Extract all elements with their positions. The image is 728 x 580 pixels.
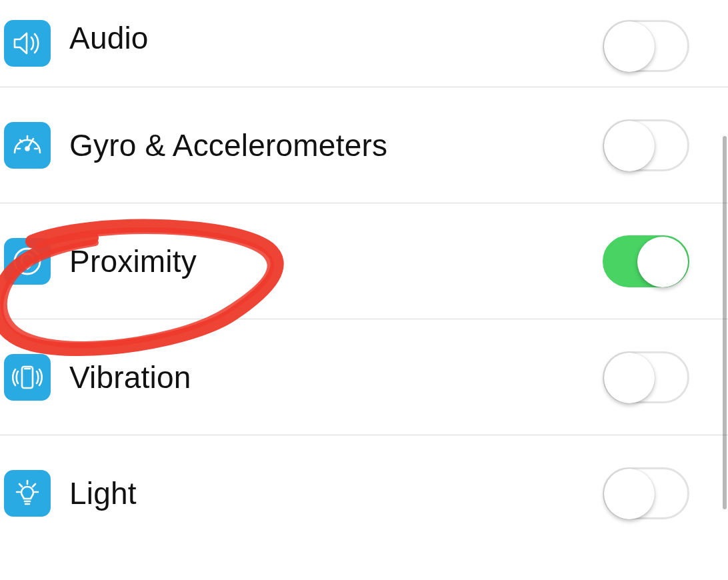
row-gyro: Gyro & Accelerometers — [0, 87, 728, 203]
row-proximity: Proximity — [0, 203, 728, 319]
speaker-icon — [4, 20, 51, 67]
toggle-knob — [604, 21, 655, 72]
lightbulb-icon — [4, 470, 51, 517]
toggle-proximity[interactable] — [603, 235, 689, 287]
svg-point-6 — [15, 249, 40, 274]
svg-line-15 — [33, 484, 35, 487]
toggle-gyro[interactable] — [603, 119, 689, 171]
toggle-knob — [604, 121, 655, 171]
row-light: Light — [0, 435, 728, 551]
toggle-knob — [604, 353, 655, 403]
scrollbar-indicator[interactable] — [723, 136, 727, 509]
row-gyro-label: Gyro & Accelerometers — [69, 127, 603, 163]
svg-point-1 — [26, 147, 29, 150]
row-light-label: Light — [69, 475, 603, 511]
row-vibration-label: Vibration — [69, 359, 603, 395]
toggle-light[interactable] — [603, 467, 689, 519]
vibration-icon — [4, 354, 51, 401]
toggle-knob — [604, 469, 655, 519]
row-vibration: Vibration — [0, 319, 728, 435]
svg-rect-7 — [22, 367, 33, 388]
toggle-knob — [637, 237, 688, 287]
row-audio: Audio — [0, 0, 728, 87]
toggle-vibration[interactable] — [603, 351, 689, 403]
settings-list: Audio Gyro & Accelerometers — [0, 0, 728, 551]
row-audio-label: Audio — [69, 20, 603, 56]
toggle-audio[interactable] — [603, 20, 689, 72]
pin-icon — [4, 238, 51, 285]
svg-line-14 — [19, 484, 22, 487]
gauge-icon — [4, 122, 51, 169]
row-proximity-label: Proximity — [69, 243, 603, 279]
